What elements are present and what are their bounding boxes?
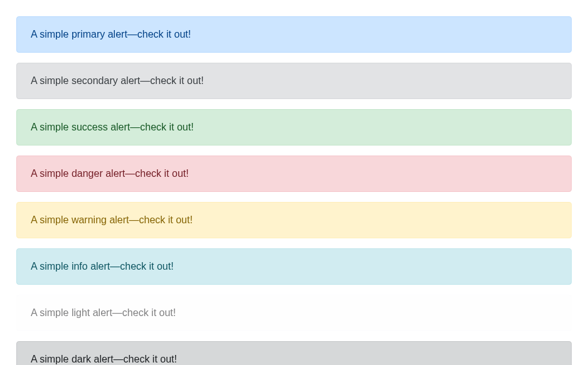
alert-success: A simple success alert—check it out! xyxy=(16,109,572,145)
alert-danger-text: A simple danger alert—check it out! xyxy=(31,168,189,179)
alert-primary-text: A simple primary alert—check it out! xyxy=(31,29,191,40)
alert-danger: A simple danger alert—check it out! xyxy=(16,156,572,192)
alert-light-text: A simple light alert—check it out! xyxy=(31,307,176,318)
alert-info: A simple info alert—check it out! xyxy=(16,248,572,285)
alert-secondary: A simple secondary alert—check it out! xyxy=(16,63,572,99)
alert-info-text: A simple info alert—check it out! xyxy=(31,261,174,272)
alert-warning-text: A simple warning alert—check it out! xyxy=(31,214,193,225)
alert-warning: A simple warning alert—check it out! xyxy=(16,202,572,238)
alert-dark-text: A simple dark alert—check it out! xyxy=(31,354,177,364)
alert-secondary-text: A simple secondary alert—check it out! xyxy=(31,75,204,86)
alert-light: A simple light alert—check it out! xyxy=(16,295,572,331)
alert-success-text: A simple success alert—check it out! xyxy=(31,122,194,132)
alert-primary: A simple primary alert—check it out! xyxy=(16,16,572,53)
alert-dark: A simple dark alert—check it out! xyxy=(16,341,572,365)
